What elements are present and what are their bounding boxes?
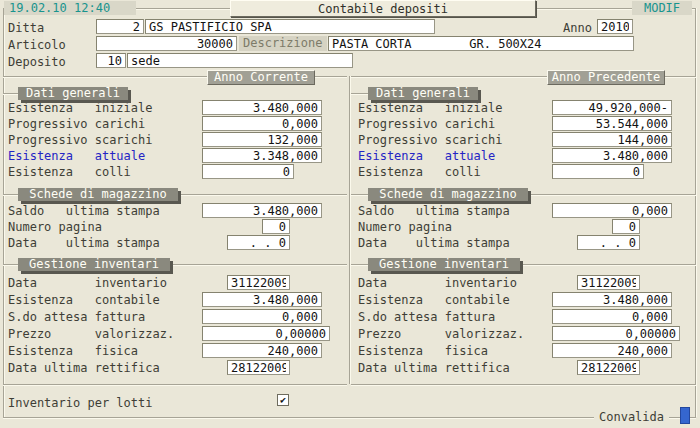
schede-magazzino-header-cur: Schede di magazzino (18, 188, 178, 201)
anno-input[interactable] (597, 19, 633, 34)
schede-magazzino-header-prev: Schede di magazzino (368, 188, 528, 201)
descrizione-input[interactable] (328, 36, 634, 51)
prezzo-valorizzaz-label-cur: Prezzo valorizzaz. (8, 327, 174, 341)
data-rettifica-label-cur: Data ultima rettifica (8, 361, 160, 375)
gestione-inventari-header-cur: Gestione inventari (18, 258, 170, 271)
esistenza-fisica-input-cur[interactable] (202, 343, 322, 358)
prezzo-valorizzaz-input-cur[interactable] (202, 326, 330, 341)
esistenza-fisica-label-cur: Esistenza fisica (8, 344, 138, 358)
esistenza-attuale-input-cur[interactable] (202, 148, 322, 163)
convalida-button[interactable]: Convalida (594, 410, 669, 424)
esistenza-contabile-input-prev[interactable] (552, 292, 672, 307)
data-inventario-label-prev: Data inventario (358, 276, 517, 290)
sdo-attesa-input-cur[interactable] (202, 309, 322, 324)
esistenza-colli-label-cur: Esistenza colli (8, 165, 131, 179)
esistenza-iniziale-input-prev[interactable] (552, 100, 672, 115)
descrizione-label: Descrizione (239, 36, 327, 51)
column-divider-line (349, 76, 350, 384)
saldo-stampa-input-prev[interactable] (552, 203, 672, 218)
esistenza-iniziale-label-cur: Esistenza iniziale (8, 101, 153, 115)
progressivo-carichi-input-prev[interactable] (552, 116, 672, 131)
esistenza-contabile-input-cur[interactable] (202, 292, 322, 307)
numero-pagina-input-prev[interactable] (612, 219, 640, 234)
sdo-attesa-input-prev[interactable] (552, 309, 672, 324)
dati-line-prev (351, 93, 368, 94)
esistenza-colli-label-prev: Esistenza colli (358, 165, 481, 179)
footer-line (3, 417, 696, 418)
ditta-name-input[interactable] (145, 19, 435, 34)
esistenza-fisica-input-prev[interactable] (552, 343, 672, 358)
datetime-label: 19.02.10 12:40 (4, 1, 136, 15)
check-icon: ✔ (280, 394, 286, 405)
focus-cursor (680, 407, 690, 424)
anno-corrente-header: Anno Corrente (207, 70, 315, 85)
data-rettifica-input-prev[interactable] (577, 360, 640, 375)
esistenza-iniziale-input-cur[interactable] (202, 100, 322, 115)
data-stampa-label-cur: Data ultima stampa (8, 236, 160, 250)
data-rettifica-input-cur[interactable] (227, 360, 290, 375)
right-frame-line (695, 8, 696, 417)
mode-indicator: MODIF (632, 1, 692, 15)
inventario-lotti-checkbox[interactable]: ✔ (277, 394, 289, 406)
ditta-label: Ditta (8, 21, 44, 35)
ditta-code-input[interactable] (96, 19, 144, 34)
data-stampa-input-cur[interactable] (227, 235, 290, 250)
progressivo-carichi-label-prev: Progressivo carichi (358, 117, 495, 131)
esistenza-contabile-label-cur: Esistenza contabile (8, 293, 160, 307)
sdo-attesa-label-cur: S.do attesa fattura (8, 310, 145, 324)
data-rettifica-label-prev: Data ultima rettifica (358, 361, 510, 375)
saldo-stampa-label-cur: Saldo ultima stampa (8, 204, 160, 218)
numero-pagina-label-cur: Numero pagina (8, 220, 102, 234)
sdo-attesa-label-prev: S.do attesa fattura (358, 310, 495, 324)
progressivo-scarichi-label-prev: Progressivo scarichi (358, 133, 503, 147)
deposito-code-input[interactable] (96, 53, 126, 68)
progressivo-scarichi-label-cur: Progressivo scarichi (8, 133, 153, 147)
esistenza-attuale-label-prev: Esistenza attuale (358, 149, 495, 163)
contabile-depositi-window: 19.02.10 12:40 Contabile depositi MODIF … (0, 0, 700, 428)
esistenza-fisica-label-prev: Esistenza fisica (358, 344, 488, 358)
saldo-stampa-label-prev: Saldo ultima stampa (358, 204, 510, 218)
esistenza-colli-input-prev[interactable] (552, 164, 644, 179)
data-inventario-label-cur: Data inventario (8, 276, 167, 290)
esistenza-contabile-label-prev: Esistenza contabile (358, 293, 510, 307)
progressivo-carichi-input-cur[interactable] (202, 116, 322, 131)
anno-precedente-header: Anno Precedente (547, 70, 665, 85)
progressivo-carichi-label-cur: Progressivo carichi (8, 117, 145, 131)
numero-pagina-input-cur[interactable] (262, 219, 290, 234)
progressivo-scarichi-input-prev[interactable] (552, 132, 672, 147)
articolo-label: Articolo (8, 38, 66, 52)
data-inventario-input-prev[interactable] (577, 275, 640, 290)
prezzo-valorizzaz-label-prev: Prezzo valorizzaz. (358, 327, 524, 341)
current-bottom-line (3, 384, 347, 385)
left-frame-line (3, 8, 4, 417)
deposito-name-input[interactable] (127, 53, 353, 68)
numero-pagina-label-prev: Numero pagina (358, 220, 452, 234)
data-inventario-input-cur[interactable] (227, 275, 290, 290)
esistenza-colli-input-cur[interactable] (202, 164, 294, 179)
inventario-lotti-label: Inventario per lotti (8, 396, 153, 410)
esistenza-iniziale-label-prev: Esistenza iniziale (358, 101, 503, 115)
window-title: Contabile depositi (230, 0, 536, 17)
data-stampa-label-prev: Data ultima stampa (358, 236, 510, 250)
esistenza-attuale-label-cur: Esistenza attuale (8, 149, 145, 163)
gestione-inventari-header-prev: Gestione inventari (368, 258, 520, 271)
anno-label: Anno (563, 21, 592, 35)
dati-generali-header-cur: Dati generali (18, 87, 128, 100)
prezzo-valorizzaz-input-prev[interactable] (552, 326, 680, 341)
previous-bottom-line (351, 384, 696, 385)
esistenza-attuale-input-prev[interactable] (552, 148, 672, 163)
data-stampa-input-prev[interactable] (577, 235, 640, 250)
progressivo-scarichi-input-cur[interactable] (202, 132, 322, 147)
deposito-label: Deposito (8, 55, 66, 69)
dati-generali-header-prev: Dati generali (368, 87, 478, 100)
saldo-stampa-input-cur[interactable] (202, 203, 322, 218)
articolo-code-input[interactable] (96, 36, 237, 51)
